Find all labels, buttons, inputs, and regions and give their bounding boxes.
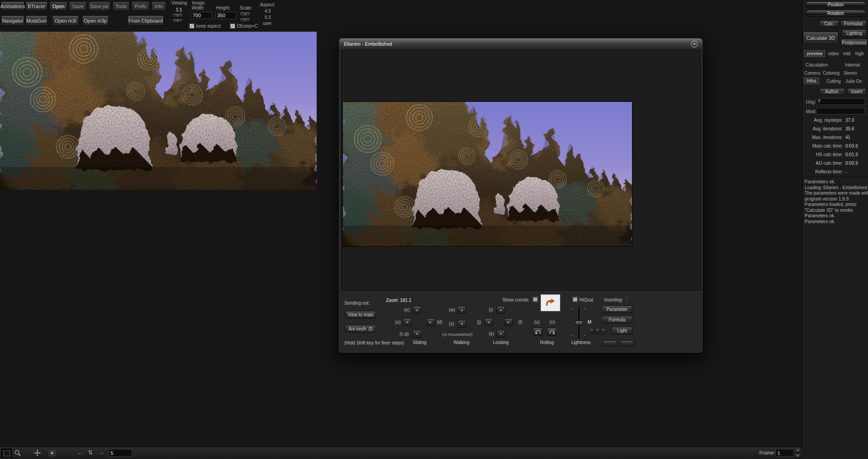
coords-color-swatch[interactable] — [540, 294, 560, 311]
aspect-5-3-option[interactable]: 5:3 — [265, 15, 271, 20]
insert-button[interactable]: insert — [847, 88, 866, 95]
zoom-readout: Zoom: 181.1 — [386, 298, 411, 303]
slide-left-button[interactable]: ◄ — [403, 318, 411, 326]
mid-size-button[interactable]: mid — [843, 51, 850, 56]
main-render-image[interactable] — [0, 32, 317, 190]
stat-label: Reflects time: — [803, 169, 843, 174]
navigator-titlebar[interactable]: Ellarien - Embellished × — [339, 38, 702, 49]
lightness-slider-knob[interactable] — [575, 320, 583, 325]
calc-tab-button[interactable]: Calc- — [820, 20, 839, 27]
navigator-button[interactable]: Navigator — [1, 15, 24, 26]
cutting-tab[interactable]: Cutting — [826, 79, 841, 84]
look-up-button[interactable]: ▲ — [497, 306, 505, 314]
walk-back-button[interactable]: ▼ — [458, 320, 466, 328]
aspect-4-3-option[interactable]: 4:3 — [265, 9, 271, 14]
stat-value: 0:01.9 — [845, 152, 858, 157]
move-tool-button[interactable] — [33, 449, 42, 457]
ratio-spinner-down-button[interactable]: ▼ — [172, 19, 183, 23]
lighting-tab-button[interactable]: Lighting — [842, 29, 867, 37]
window-extra-right-button[interactable] — [620, 340, 634, 346]
look-down-button[interactable]: ▼ — [497, 330, 505, 338]
internal-tab[interactable]: Internal — [845, 62, 860, 67]
light-preset-1-button[interactable] — [589, 328, 594, 334]
mutagen-button[interactable]: MutaGen — [25, 15, 48, 26]
look-right-button[interactable]: ► — [504, 318, 513, 326]
walk-forward-button[interactable]: ▲ — [458, 306, 466, 314]
height-input[interactable] — [215, 12, 236, 19]
window-extra-left-button[interactable] — [603, 340, 617, 346]
keep-aspect-checkbox[interactable]: ✓ — [189, 24, 194, 29]
bottom-bar: ← ⇅ → Frame: ▲ ▼ — [0, 447, 802, 459]
width-label: Width: — [192, 5, 204, 10]
calculation-tab[interactable]: Calculation — [805, 62, 828, 67]
hiqual-checkbox[interactable] — [573, 297, 578, 302]
calculate-3d-button[interactable]: Calculate 3D — [803, 32, 839, 44]
preview-size-button[interactable]: preview — [804, 50, 825, 57]
slide-down-button[interactable]: ▼ — [413, 330, 421, 338]
from-clipboard-button[interactable]: From Clipboard — [127, 15, 164, 26]
mod-input[interactable] — [816, 108, 865, 115]
stereo-tab[interactable]: Stereo — [844, 71, 857, 76]
open-m3i-button[interactable]: Open m3i — [52, 15, 79, 26]
parameter-button[interactable]: Parameter — [602, 306, 632, 313]
light-preset-3-button[interactable] — [601, 328, 606, 334]
open-m3p-button[interactable]: Open m3p — [82, 15, 109, 26]
step-forward-button[interactable]: → — [98, 449, 104, 456]
formula-button[interactable]: Formula — [602, 316, 632, 324]
preview-render-image[interactable] — [343, 102, 632, 246]
orig-input[interactable] — [816, 98, 865, 105]
ratio-spinner-up-button[interactable]: ▲ — [172, 13, 183, 18]
video-size-button[interactable]: video — [828, 51, 839, 56]
rotation-section-button[interactable]: Rotation — [805, 10, 866, 17]
tools-menu-button[interactable]: Tools — [112, 1, 130, 11]
btracer-button[interactable]: BTracer — [25, 1, 48, 11]
open-menu-button[interactable]: Open — [49, 1, 68, 11]
close-icon[interactable]: × — [691, 41, 698, 48]
view-to-main-button[interactable]: View to main — [345, 311, 376, 319]
zoom-tool-button[interactable] — [13, 449, 22, 457]
stat-label: AO calc time: — [803, 161, 843, 166]
coloring-tab[interactable]: Coloring — [823, 71, 839, 76]
formulas-tab-button[interactable]: Formulas — [840, 20, 867, 27]
arrow-down-icon: ▼ — [797, 455, 799, 457]
roll-right-button[interactable] — [547, 328, 557, 336]
high-size-button[interactable]: high — [855, 51, 864, 56]
step-back-button[interactable]: ← — [77, 449, 83, 456]
postprocess-tab-button[interactable]: Postprocess — [841, 39, 868, 46]
prefs-menu-button[interactable]: Prefs — [131, 1, 149, 11]
save-menu-button[interactable]: Save — [69, 1, 87, 11]
author-button[interactable]: Author. — [820, 88, 845, 95]
light-preset-2-button[interactable] — [595, 328, 600, 334]
julia-on-tab[interactable]: Julia On — [845, 79, 862, 84]
frame-spinner-down-button[interactable]: ▼ — [795, 454, 801, 458]
slide-right-button[interactable]: ► — [426, 318, 435, 326]
step-vertical-button[interactable]: ⇅ — [88, 449, 93, 456]
inserting-up-arrow-icon[interactable]: ↑ — [625, 296, 628, 302]
scale-spinner-down-button[interactable]: ▼ — [240, 18, 251, 23]
infos-tab[interactable]: Infos — [804, 77, 819, 84]
aspect-user-option[interactable]: user — [263, 21, 271, 26]
look-left-button[interactable]: ◄ — [484, 318, 493, 326]
keep-aspect-label: keep aspect — [196, 24, 221, 29]
crop-tool-button[interactable] — [47, 449, 57, 457]
camera-tab[interactable]: Camera — [804, 71, 820, 76]
selection-tool-button[interactable] — [1, 449, 12, 458]
show-coords-checkbox[interactable] — [533, 297, 538, 302]
save-pic-menu-button[interactable]: Save pic — [88, 1, 111, 11]
destop-checkbox[interactable]: ✓ — [230, 24, 235, 29]
step-size-input[interactable] — [109, 449, 132, 457]
slide-up-button[interactable]: ▲ — [413, 306, 421, 314]
ani-keyfr-button[interactable]: Ani keyfr. (f) — [345, 325, 376, 333]
animations-button[interactable]: Animations — [1, 1, 24, 11]
scale-spinner-up-button[interactable]: ▲ — [240, 12, 251, 17]
arrow-up-icon: ▲ — [499, 308, 502, 311]
info-menu-button[interactable]: Info — [151, 1, 166, 11]
width-input[interactable] — [191, 12, 212, 19]
destop-label: DEstop+C — [237, 24, 258, 29]
frame-spinner-up-button[interactable]: ▲ — [795, 448, 801, 453]
roll-left-button[interactable] — [533, 328, 543, 336]
position-section-button[interactable]: Position — [805, 1, 866, 8]
light-button[interactable]: Light — [612, 327, 632, 335]
lightness-slider[interactable] — [575, 305, 582, 340]
frame-input[interactable] — [776, 449, 794, 457]
